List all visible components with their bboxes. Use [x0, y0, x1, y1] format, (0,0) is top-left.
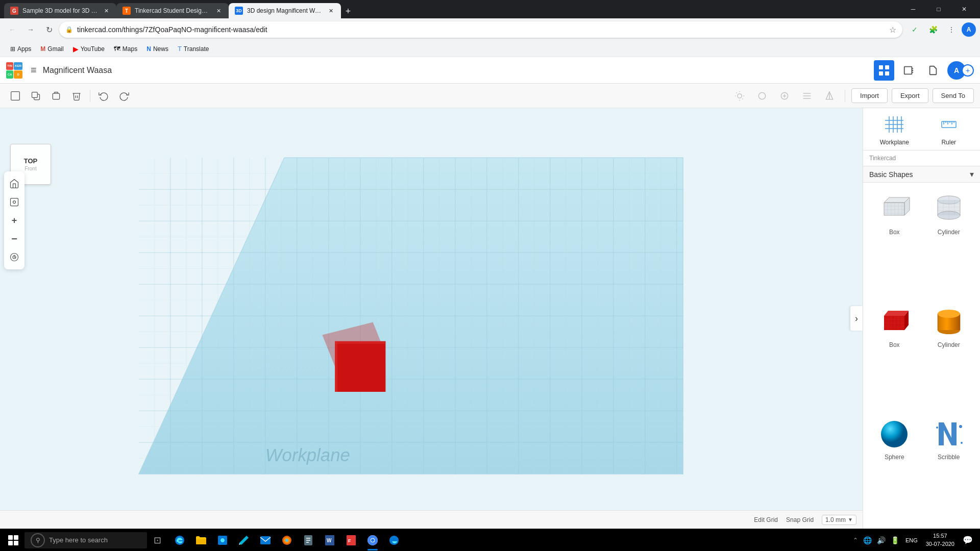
tab-2-close[interactable]: ✕	[214, 7, 223, 15]
title-bar: G Sample 3D model for 3D printin... ✕ T …	[0, 0, 980, 18]
tray-sound[interactable]: 🔊	[875, 536, 888, 544]
scroll-right-arrow[interactable]: ›	[850, 306, 863, 331]
tray-network[interactable]: 🌐	[861, 536, 874, 544]
win-logo-bl	[8, 541, 13, 545]
bookmark-youtube[interactable]: ▶ YouTube	[69, 44, 109, 54]
taskbar-files[interactable]	[298, 529, 318, 552]
taskbar-foxit[interactable]: F	[341, 529, 361, 552]
start-button[interactable]	[2, 529, 24, 552]
taskbar-word[interactable]: W	[320, 529, 340, 552]
task-view-button[interactable]: ⊡	[147, 529, 167, 552]
align-tool[interactable]	[798, 87, 816, 105]
snap-tool[interactable]	[775, 87, 794, 105]
tinkercad-logo[interactable]: TIN KER CA D	[6, 62, 22, 79]
workplane-grid: Workplane	[71, 139, 750, 518]
tray-keyboard[interactable]: ENG	[902, 537, 921, 543]
workplane-tool[interactable]: Workplane	[874, 112, 915, 146]
logo-cell-ca: CA	[6, 70, 13, 79]
bottom-bar-right: Edit Grid Snap Grid 1.0 mm ▼	[754, 515, 856, 525]
view-top-label: TOP	[24, 157, 38, 165]
export-button[interactable]: Export	[892, 88, 928, 103]
left-toolbar: + −	[4, 171, 24, 269]
undo-tool[interactable]	[94, 87, 113, 105]
edit-grid-label[interactable]: Edit Grid	[754, 516, 778, 523]
maximize-button[interactable]: □	[927, 1, 950, 17]
bookmark-news[interactable]: N News	[142, 44, 173, 54]
tray-battery[interactable]: 🔋	[889, 536, 901, 544]
shape-tool[interactable]	[753, 87, 771, 105]
taskbar-chrome[interactable]	[362, 529, 383, 552]
taskbar-firefox[interactable]	[277, 529, 297, 552]
zoom-out-button[interactable]: −	[6, 231, 22, 247]
taskbar-edge[interactable]	[169, 529, 190, 552]
camera-button[interactable]	[6, 249, 22, 265]
fit-view-button[interactable]	[6, 194, 22, 210]
document-icon[interactable]	[923, 60, 943, 81]
redo-tool[interactable]	[115, 87, 133, 105]
header-right: A +	[874, 60, 974, 81]
taskbar-store[interactable]	[212, 529, 233, 552]
svg-rect-3	[885, 71, 889, 76]
extensions-button[interactable]: 🧩	[925, 21, 941, 38]
new-tab-button[interactable]: +	[341, 4, 355, 18]
paste-tool[interactable]	[47, 87, 65, 105]
svg-point-144	[285, 539, 288, 542]
grid-view-button[interactable]	[874, 60, 894, 81]
import-button[interactable]: Import	[851, 88, 888, 103]
shapes-dropdown[interactable]: Basic Shapes ▾	[863, 166, 980, 183]
snap-grid-input[interactable]: 1.0 mm ▼	[822, 515, 856, 525]
shape-solid-cylinder[interactable]: Cylinder	[924, 302, 974, 410]
svg-rect-79	[11, 198, 18, 206]
tab-3[interactable]: 3D 3D design Magnificent Waasa | Ti... ✕	[229, 3, 341, 18]
tools-icon[interactable]	[898, 60, 919, 81]
star-icon[interactable]: ☆	[889, 25, 896, 35]
canvas[interactable]: Workplane TOP Front	[0, 108, 863, 529]
back-button[interactable]: ←	[4, 21, 20, 38]
menu-icon[interactable]: ≡	[31, 64, 37, 76]
add-user-button[interactable]: +	[962, 64, 974, 77]
shape-wire-cylinder[interactable]: Cylinder	[924, 189, 974, 297]
shape-solid-box[interactable]: Box	[869, 302, 920, 410]
shape-wire-box[interactable]: Box	[869, 189, 920, 297]
taskbar-mail[interactable]	[255, 529, 276, 552]
ruler-tool[interactable]: Ruler	[928, 112, 969, 146]
tab-2[interactable]: T Tinkercad Student Design Conte... ✕	[116, 3, 229, 18]
taskbar-clock[interactable]: 15:57 30-07-2020	[922, 532, 959, 548]
svg-point-138	[961, 442, 963, 444]
tray-arrow[interactable]: ⌃	[851, 537, 860, 544]
taskbar-edge2[interactable]	[384, 529, 404, 552]
tab-1[interactable]: G Sample 3D model for 3D printin... ✕	[4, 3, 116, 18]
workplane-icon	[882, 112, 906, 137]
shape-scribble[interactable]: Scribble	[924, 414, 974, 522]
profile-avatar[interactable]: A	[962, 22, 976, 37]
home-view-button[interactable]	[6, 176, 22, 192]
send-to-button[interactable]: Send To	[933, 88, 974, 103]
bookmark-maps[interactable]: 🗺 Maps	[110, 44, 141, 54]
tab-1-favicon: G	[10, 7, 18, 15]
minimize-button[interactable]: ─	[901, 1, 925, 17]
zoom-in-button[interactable]: +	[6, 212, 22, 229]
address-bar[interactable]: 🔒 tinkercad.com/things/7ZfQoaPaqNO-magni…	[59, 21, 902, 38]
select-tool[interactable]	[6, 87, 24, 105]
copy-tool[interactable]	[27, 87, 45, 105]
shape-sphere[interactable]: Sphere	[869, 414, 920, 522]
refresh-button[interactable]: ↻	[41, 21, 57, 38]
svg-point-80	[13, 201, 16, 204]
close-button[interactable]: ✕	[952, 1, 976, 17]
forward-button[interactable]: →	[22, 21, 39, 38]
tab-3-close[interactable]: ✕	[327, 7, 335, 15]
taskbar-file-explorer[interactable]	[191, 529, 211, 552]
light-tool[interactable]	[730, 87, 749, 105]
bookmark-apps[interactable]: ⊞ Apps	[6, 44, 35, 54]
notification-button[interactable]: 💬	[960, 532, 976, 548]
taskbar-search[interactable]: ⚲ Type here to search	[24, 532, 147, 548]
bookmark-gmail[interactable]: M Gmail	[36, 44, 67, 54]
mirror-tool[interactable]	[820, 87, 839, 105]
app-area: TIN KER CA D ≡ Magnificent Waasa	[0, 57, 980, 529]
delete-tool[interactable]	[67, 87, 86, 105]
solid-cylinder-thumbnail	[928, 304, 969, 339]
settings-button[interactable]: ⋮	[943, 21, 960, 38]
bookmark-translate[interactable]: T Translate	[174, 44, 213, 54]
taskbar-stylus[interactable]	[234, 529, 254, 552]
tab-1-close[interactable]: ✕	[102, 7, 110, 15]
